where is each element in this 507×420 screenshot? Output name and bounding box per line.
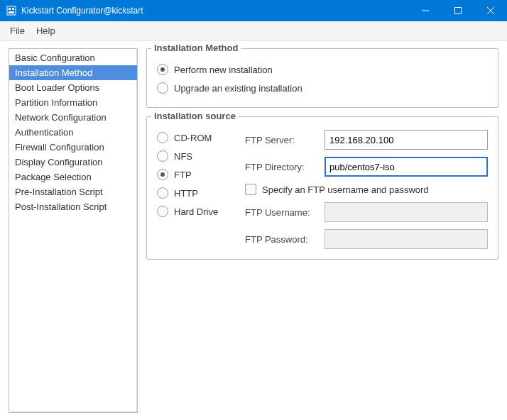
radio-label: HTTP	[174, 188, 198, 199]
source-form-column: FTP Server: FTP Directory: Specify an FT…	[245, 128, 488, 249]
radio-label: Perform new installation	[174, 65, 273, 75]
sidebar-item-pre-installation-script[interactable]: Pre-Installation Script	[9, 184, 137, 199]
svg-rect-2	[12, 8, 14, 10]
sidebar-item-display-configuration[interactable]: Display Configuration	[9, 155, 137, 170]
app-icon	[6, 5, 17, 16]
radio-icon	[157, 64, 168, 75]
radio-label: Upgrade an existing installation	[174, 83, 302, 94]
ftp-username-input	[325, 202, 488, 222]
sidebar-item-basic-configuration[interactable]: Basic Configuration	[9, 50, 137, 65]
sidebar-item-network-configuration[interactable]: Network Configuration	[9, 110, 137, 125]
radio-ftp[interactable]: FTP	[157, 165, 234, 184]
radio-upgrade-existing-installation[interactable]: Upgrade an existing installation	[157, 79, 488, 97]
radio-label: NFS	[174, 151, 192, 162]
group-method-legend: Installation Method	[151, 43, 241, 53]
ftp-server-input[interactable]	[325, 130, 488, 150]
minimize-icon	[422, 7, 429, 14]
svg-rect-0	[7, 6, 16, 15]
ftp-password-label: FTP Password:	[245, 234, 317, 245]
radio-icon	[157, 169, 168, 180]
svg-rect-5	[455, 8, 462, 14]
sidebar-item-firewall-configuration[interactable]: Firewall Configuration	[9, 140, 137, 155]
ftp-password-input	[325, 229, 488, 249]
radio-http[interactable]: HTTP	[157, 184, 234, 202]
window-title: Kickstart Configurator@kickstart	[21, 6, 409, 16]
radio-perform-new-installation[interactable]: Perform new installation	[157, 60, 488, 79]
svg-rect-3	[9, 11, 14, 13]
checkbox-label: Specify an FTP username and password	[262, 184, 429, 195]
maximize-button[interactable]	[442, 0, 474, 21]
ftp-directory-label: FTP Directory:	[245, 162, 317, 172]
ftp-server-label: FTP Server:	[245, 135, 317, 145]
radio-nfs[interactable]: NFS	[157, 147, 234, 165]
radio-hard-drive[interactable]: Hard Drive	[157, 202, 234, 221]
menubar: File Help	[0, 21, 507, 41]
main-content: Installation Method Perform new installa…	[146, 48, 498, 413]
sidebar-item-authentication[interactable]: Authentication	[9, 125, 137, 140]
minimize-button[interactable]	[409, 0, 442, 21]
radio-label: CD-ROM	[174, 133, 212, 143]
group-installation-source: Installation source CD-ROM NFS FTP	[146, 116, 498, 260]
radio-cd-rom[interactable]: CD-ROM	[157, 128, 234, 147]
menu-help[interactable]: Help	[31, 23, 61, 39]
titlebar: Kickstart Configurator@kickstart	[0, 0, 507, 21]
ftp-credentials-checkbox[interactable]: Specify an FTP username and password	[245, 184, 488, 195]
sidebar-item-post-installation-script[interactable]: Post-Installation Script	[9, 199, 137, 214]
maximize-icon	[454, 7, 462, 14]
client-area: Basic Configuration Installation Method …	[0, 41, 507, 420]
group-source-legend: Installation source	[151, 111, 239, 121]
radio-icon	[157, 187, 168, 199]
source-radio-column: CD-ROM NFS FTP HTTP	[157, 128, 234, 249]
sidebar-item-boot-loader-options[interactable]: Boot Loader Options	[9, 80, 137, 95]
menu-file[interactable]: File	[4, 23, 31, 39]
sidebar-item-partition-information[interactable]: Partition Information	[9, 95, 137, 110]
radio-icon	[157, 132, 168, 143]
radio-icon	[157, 206, 168, 217]
svg-rect-1	[9, 8, 11, 10]
radio-label: FTP	[174, 170, 192, 180]
checkbox-icon	[245, 184, 256, 195]
sidebar-item-installation-method[interactable]: Installation Method	[9, 65, 137, 80]
close-button[interactable]	[474, 0, 507, 21]
sidebar: Basic Configuration Installation Method …	[9, 48, 138, 413]
radio-icon	[157, 150, 168, 162]
sidebar-item-package-selection[interactable]: Package Selection	[9, 170, 137, 184]
close-icon	[487, 7, 494, 14]
group-installation-method: Installation Method Perform new installa…	[146, 48, 498, 108]
radio-label: Hard Drive	[174, 206, 218, 217]
ftp-directory-input[interactable]	[325, 157, 488, 177]
ftp-username-label: FTP Username:	[245, 207, 317, 218]
radio-icon	[157, 82, 168, 94]
